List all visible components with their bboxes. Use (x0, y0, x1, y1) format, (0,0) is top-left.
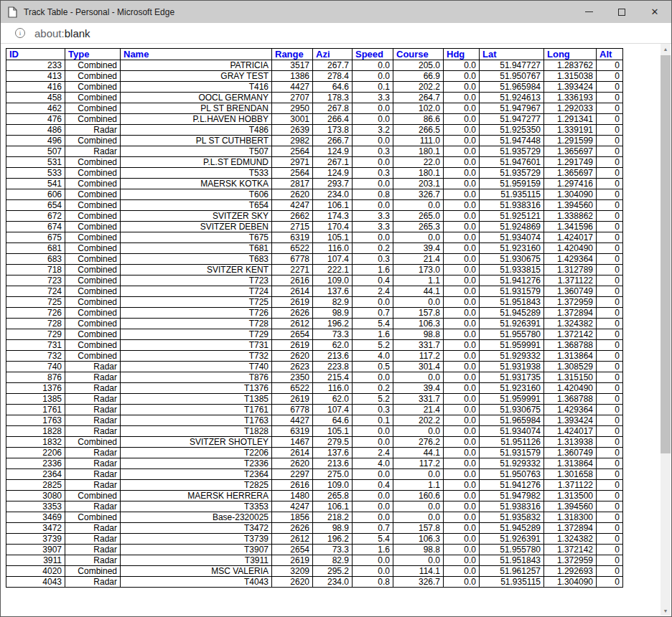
table-cell: T681 (121, 243, 272, 254)
table-cell: Radar (65, 415, 121, 426)
table-cell: 1.313864 (544, 458, 597, 469)
table-row: 1828RadarT18286319105.10.00.00.051.93407… (6, 426, 623, 437)
scroll-down-icon[interactable]: ▼ (661, 606, 671, 616)
table-cell: 1.292033 (544, 103, 597, 114)
table-cell: 0.0 (444, 351, 480, 362)
table-cell: T416 (121, 82, 272, 93)
title-bar[interactable]: Track Table - Personal - Microsoft Edge … (1, 1, 671, 23)
table-cell: 0.0 (444, 114, 480, 125)
table-cell: 1.420490 (544, 243, 597, 254)
table-cell: T2336 (121, 458, 272, 469)
table-cell: 117.2 (393, 458, 444, 469)
table-cell: 0 (597, 136, 623, 146)
table-cell: 106.1 (313, 501, 353, 512)
table-cell: 6522 (272, 243, 313, 254)
table-cell: 1.297416 (544, 179, 597, 189)
address-bar[interactable]: i about:blank (1, 23, 671, 44)
url-host: blank (65, 27, 90, 39)
table-cell: 1.424017 (544, 426, 597, 437)
table-cell: 117.2 (393, 351, 444, 362)
column-header-speed: Speed (353, 49, 393, 60)
table-cell: 1.393424 (544, 82, 597, 93)
table-cell: 202.2 (393, 82, 444, 93)
table-cell: 267.7 (313, 60, 353, 71)
table-cell: 0.1 (353, 82, 393, 93)
table-cell: 51.933815 (480, 265, 544, 275)
table-cell: 51.947967 (480, 103, 544, 114)
table-cell: 51.929332 (480, 351, 544, 362)
table-cell: T1828 (121, 426, 272, 437)
close-icon: ✕ (651, 7, 659, 17)
table-row: 718CombinedSVITZER KENT2271222.11.6173.0… (6, 265, 623, 275)
table-row: 740RadarT7402623223.80.5301.40.051.93193… (6, 362, 623, 372)
table-cell: 196.2 (313, 534, 353, 545)
table-row: 1763RadarT1763442764.60.1202.20.051.9659… (6, 415, 623, 426)
table-cell: 114.1 (393, 566, 444, 577)
column-header-lat: Lat (480, 49, 544, 60)
vertical-scrollbar[interactable]: ▲ ▼ (661, 44, 671, 616)
table-cell: 2619 (272, 394, 313, 405)
table-cell: 0.8 (353, 577, 393, 588)
table-cell: T675 (121, 232, 272, 243)
close-button[interactable]: ✕ (638, 1, 671, 23)
table-cell: 1.365697 (544, 168, 597, 179)
table-cell: 102.0 (393, 103, 444, 114)
minimize-icon (585, 11, 593, 12)
table-cell: 0.2 (353, 243, 393, 254)
table-cell: 51.926391 (480, 319, 544, 329)
table-cell: 66.9 (393, 71, 444, 82)
table-row: 1832CombinedSVITZER SHOTLEY1467279.50.02… (6, 437, 623, 448)
table-cell: Radar (65, 555, 121, 566)
table-cell: 0.0 (444, 297, 480, 308)
table-cell: 0 (597, 437, 623, 448)
table-cell: 22.0 (393, 157, 444, 168)
table-cell: Combined (65, 232, 121, 243)
table-cell: 331.7 (393, 394, 444, 405)
table-cell: 137.6 (313, 448, 353, 458)
table-cell: 51.938316 (480, 501, 544, 512)
table-cell: 51.947448 (480, 136, 544, 146)
table-cell: 1.312789 (544, 265, 597, 275)
table-cell: 0.0 (393, 469, 444, 480)
table-cell: 0.0 (444, 566, 480, 577)
scrollbar-thumb[interactable] (661, 55, 671, 453)
table-cell: 106.3 (393, 319, 444, 329)
table-cell: 301.4 (393, 362, 444, 372)
table-cell: 39.4 (393, 243, 444, 254)
table-cell: 160.6 (393, 491, 444, 501)
table-cell: 51.947982 (480, 491, 544, 501)
table-cell: 51.931579 (480, 286, 544, 297)
table-cell: 0 (597, 189, 623, 200)
table-cell: MAERSK HERRERA (121, 491, 272, 501)
table-cell: 267.8 (313, 103, 353, 114)
table-cell: 2715 (272, 222, 313, 232)
table-cell: Radar (65, 448, 121, 458)
page-info-icon[interactable]: i (15, 28, 25, 38)
table-cell: 196.2 (313, 319, 353, 329)
table-cell: 4043 (6, 577, 65, 588)
table-cell: Combined (65, 340, 121, 351)
table-cell: 1.394560 (544, 200, 597, 211)
table-cell: 0 (597, 265, 623, 275)
table-cell: GRAY TEST (121, 71, 272, 82)
table-cell: Radar (65, 383, 121, 394)
table-cell: T725 (121, 297, 272, 308)
table-cell: 0.0 (393, 232, 444, 243)
table-cell: 2614 (272, 448, 313, 458)
table-cell: 3911 (6, 555, 65, 566)
table-cell: 202.2 (393, 415, 444, 426)
table-cell: Combined (65, 114, 121, 125)
table-cell: 0.0 (353, 372, 393, 383)
table-row: 3353RadarT33534247106.10.00.00.051.93831… (6, 501, 623, 512)
table-row: 1385RadarT1385261962.05.2331.70.051.9599… (6, 394, 623, 405)
table-cell: 0.0 (444, 60, 480, 71)
maximize-button[interactable] (605, 1, 638, 23)
minimize-button[interactable] (572, 1, 605, 23)
table-cell: 1.372894 (544, 523, 597, 534)
table-row: 3911RadarT3911261982.90.00.00.051.951843… (6, 555, 623, 566)
table-cell: T1763 (121, 415, 272, 426)
table-cell: 1385 (6, 394, 65, 405)
table-cell: 51.959991 (480, 394, 544, 405)
scroll-up-icon[interactable]: ▲ (661, 44, 671, 54)
url-text[interactable]: about:blank (34, 27, 90, 39)
